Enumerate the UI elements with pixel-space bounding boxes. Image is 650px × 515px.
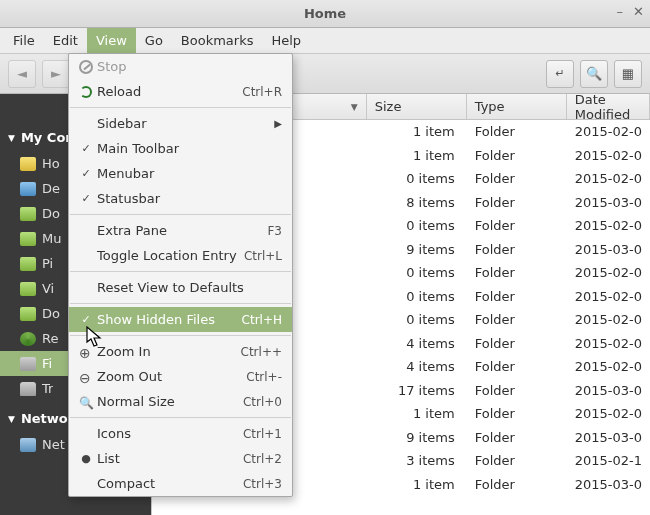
cell-size: 8 items — [367, 195, 467, 210]
sidebar-item-label: Tr — [42, 381, 53, 396]
folder-icon — [20, 182, 36, 196]
menu-help[interactable]: Help — [262, 28, 310, 53]
reload-icon — [80, 86, 92, 98]
zoom-out-icon — [79, 370, 93, 384]
location-toggle-button[interactable]: ↵ — [546, 60, 574, 88]
cell-date: 2015-02-1 — [567, 453, 650, 468]
cell-date: 2015-02-0 — [567, 148, 650, 163]
cell-date: 2015-02-0 — [567, 289, 650, 304]
menu-toggle-location-entry[interactable]: Toggle Location Entry Ctrl+L — [69, 243, 292, 268]
sidebar-item-label: Ho — [42, 156, 60, 171]
menu-edit[interactable]: Edit — [44, 28, 87, 53]
sidebar-item-label: Do — [42, 306, 60, 321]
cell-size: 3 items — [367, 453, 467, 468]
cell-date: 2015-03-0 — [567, 430, 650, 445]
back-button[interactable]: ◄ — [8, 60, 36, 88]
menu-go[interactable]: Go — [136, 28, 172, 53]
cell-date: 2015-02-0 — [567, 265, 650, 280]
menu-view-icons[interactable]: IconsCtrl+1 — [69, 421, 292, 446]
forward-button[interactable]: ► — [42, 60, 70, 88]
folder-icon — [20, 332, 36, 346]
cell-type: Folder — [467, 312, 567, 327]
zoom-normal-icon — [79, 395, 93, 409]
col-type[interactable]: Type — [467, 94, 567, 119]
minimize-button[interactable]: – — [617, 4, 624, 19]
search-icon: 🔍 — [586, 66, 602, 81]
cell-type: Folder — [467, 124, 567, 139]
menu-normal-size[interactable]: Normal SizeCtrl+0 — [69, 389, 292, 414]
window-title: Home — [304, 6, 346, 21]
close-button[interactable]: ✕ — [633, 4, 644, 19]
cell-type: Folder — [467, 336, 567, 351]
menu-show-hidden-files[interactable]: ✓Show Hidden Files Ctrl+H — [69, 307, 292, 332]
cell-date: 2015-03-0 — [567, 477, 650, 492]
cell-type: Folder — [467, 383, 567, 398]
menu-view-compact[interactable]: CompactCtrl+3 — [69, 471, 292, 496]
cell-size: 9 items — [367, 242, 467, 257]
cell-date: 2015-03-0 — [567, 242, 650, 257]
folder-icon — [20, 357, 36, 371]
menu-statusbar[interactable]: ✓Statusbar — [69, 186, 292, 211]
view-mode-button[interactable]: ▦ — [614, 60, 642, 88]
sidebar-item-label: De — [42, 181, 60, 196]
cell-size: 1 item — [367, 477, 467, 492]
sidebar-item-label: Fi — [42, 356, 52, 371]
cell-size: 0 items — [367, 289, 467, 304]
menu-stop: Stop — [69, 54, 292, 79]
view-menu: Stop Reload Ctrl+R Sidebar ▶ ✓Main Toolb… — [68, 53, 293, 497]
zoom-in-icon — [79, 345, 93, 359]
network-icon — [20, 438, 36, 452]
search-button[interactable]: 🔍 — [580, 60, 608, 88]
cell-type: Folder — [467, 289, 567, 304]
folder-icon — [20, 232, 36, 246]
menu-main-toolbar[interactable]: ✓Main Toolbar — [69, 136, 292, 161]
sidebar-item-label: Re — [42, 331, 58, 346]
sidebar-item-label: Do — [42, 206, 60, 221]
folder-icon — [20, 207, 36, 221]
cell-size: 9 items — [367, 430, 467, 445]
cell-date: 2015-03-0 — [567, 383, 650, 398]
chevron-down-icon: ▼ — [8, 414, 15, 424]
menu-bookmarks[interactable]: Bookmarks — [172, 28, 263, 53]
sidebar-item-label: Vi — [42, 281, 54, 296]
folder-icon — [20, 307, 36, 321]
cell-size: 0 items — [367, 171, 467, 186]
menu-zoom-out[interactable]: Zoom OutCtrl+- — [69, 364, 292, 389]
chevron-down-icon: ▼ — [8, 133, 15, 143]
menu-view-list[interactable]: ●ListCtrl+2 — [69, 446, 292, 471]
cell-type: Folder — [467, 430, 567, 445]
col-date[interactable]: Date Modified — [567, 94, 650, 119]
cell-size: 4 items — [367, 359, 467, 374]
cell-type: Folder — [467, 359, 567, 374]
check-icon: ✓ — [77, 192, 95, 205]
menubar: File Edit View Go Bookmarks Help — [0, 28, 650, 54]
sort-indicator-icon: ▼ — [351, 102, 358, 112]
folder-icon — [20, 257, 36, 271]
col-size[interactable]: Size — [367, 94, 467, 119]
menu-zoom-in[interactable]: Zoom InCtrl++ — [69, 339, 292, 364]
menu-menubar[interactable]: ✓Menubar — [69, 161, 292, 186]
sidebar-item-label: Mu — [42, 231, 61, 246]
cell-type: Folder — [467, 453, 567, 468]
menu-view[interactable]: View — [87, 28, 136, 53]
check-icon: ✓ — [77, 142, 95, 155]
cell-type: Folder — [467, 477, 567, 492]
cell-size: 1 item — [367, 148, 467, 163]
cell-size: 0 items — [367, 312, 467, 327]
menu-file[interactable]: File — [4, 28, 44, 53]
radio-icon: ● — [77, 452, 95, 465]
submenu-arrow-icon: ▶ — [274, 118, 282, 129]
grid-icon: ▦ — [622, 66, 634, 81]
menu-sidebar[interactable]: Sidebar ▶ — [69, 111, 292, 136]
cell-type: Folder — [467, 195, 567, 210]
cell-date: 2015-03-0 — [567, 195, 650, 210]
menu-extra-pane[interactable]: Extra Pane F3 — [69, 218, 292, 243]
menu-reload[interactable]: Reload Ctrl+R — [69, 79, 292, 104]
cell-type: Folder — [467, 242, 567, 257]
menu-reset-view[interactable]: Reset View to Defaults — [69, 275, 292, 300]
cell-size: 0 items — [367, 218, 467, 233]
cell-date: 2015-02-0 — [567, 171, 650, 186]
cell-date: 2015-02-0 — [567, 406, 650, 421]
cell-date: 2015-02-0 — [567, 336, 650, 351]
sidebar-item-label: Net — [42, 437, 65, 452]
